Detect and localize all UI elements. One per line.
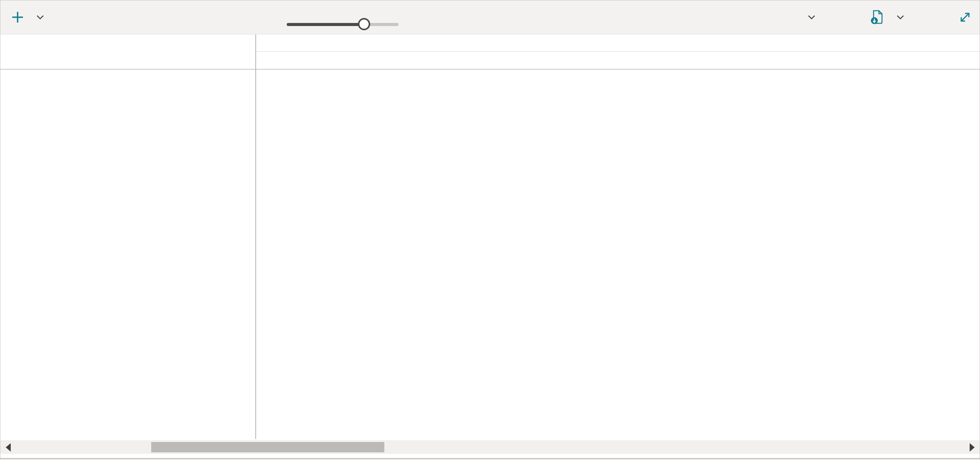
expand-diagonal-icon	[958, 10, 972, 24]
export-button[interactable]	[870, 0, 904, 34]
scroll-left-arrow-icon[interactable]	[6, 443, 11, 452]
header-bottom-border	[0, 69, 980, 70]
chevron-down-icon	[808, 15, 815, 20]
maximize-button[interactable]	[958, 0, 972, 34]
gantt-app	[0, 0, 980, 460]
timeline-tier-divider	[256, 51, 980, 52]
chevron-down-icon	[36, 15, 44, 20]
plus-icon	[11, 11, 24, 24]
horizontal-scrollbar-thumb[interactable]	[151, 442, 384, 452]
horizontal-scrollbar-track[interactable]	[0, 440, 980, 454]
toolbar	[0, 0, 980, 34]
zoom-slider-fill	[287, 23, 365, 26]
export-document-icon	[870, 10, 884, 25]
chevron-down-icon	[897, 15, 904, 20]
zoom-slider-thumb[interactable]	[358, 18, 370, 30]
display-button[interactable]	[802, 0, 815, 34]
scroll-right-arrow-icon[interactable]	[970, 443, 975, 452]
grid-chart-splitter[interactable]	[255, 34, 256, 439]
new-button[interactable]	[11, 0, 44, 34]
bottom-border	[0, 458, 980, 459]
